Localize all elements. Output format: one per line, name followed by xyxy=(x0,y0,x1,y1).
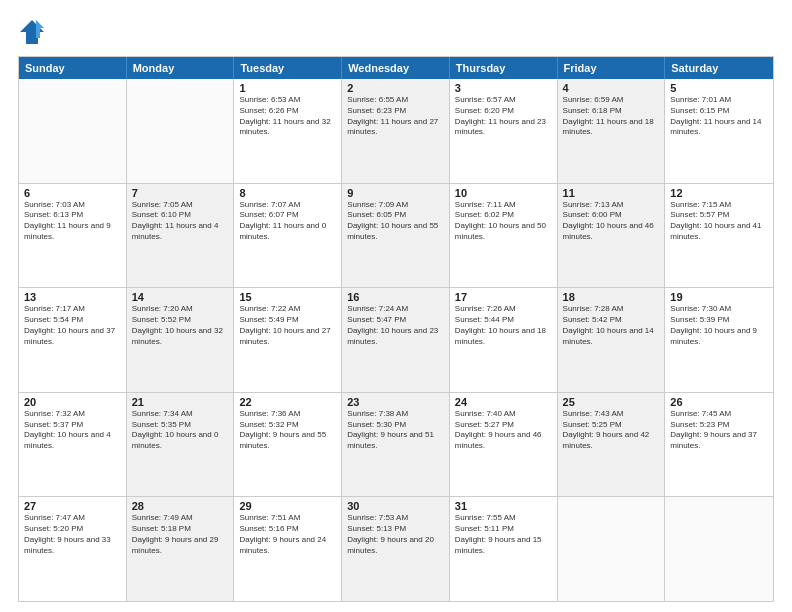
day-number: 27 xyxy=(24,500,121,512)
day-number: 2 xyxy=(347,82,444,94)
cal-cell: 26Sunrise: 7:45 AM Sunset: 5:23 PM Dayli… xyxy=(665,393,773,497)
cal-cell: 18Sunrise: 7:28 AM Sunset: 5:42 PM Dayli… xyxy=(558,288,666,392)
cell-info: Sunrise: 7:09 AM Sunset: 6:05 PM Dayligh… xyxy=(347,200,444,243)
cal-cell: 27Sunrise: 7:47 AM Sunset: 5:20 PM Dayli… xyxy=(19,497,127,601)
day-header-sunday: Sunday xyxy=(19,57,127,79)
cal-cell: 31Sunrise: 7:55 AM Sunset: 5:11 PM Dayli… xyxy=(450,497,558,601)
day-number: 13 xyxy=(24,291,121,303)
week-row-4: 20Sunrise: 7:32 AM Sunset: 5:37 PM Dayli… xyxy=(19,392,773,497)
cell-info: Sunrise: 7:55 AM Sunset: 5:11 PM Dayligh… xyxy=(455,513,552,556)
day-number: 5 xyxy=(670,82,768,94)
cell-info: Sunrise: 7:11 AM Sunset: 6:02 PM Dayligh… xyxy=(455,200,552,243)
day-header-saturday: Saturday xyxy=(665,57,773,79)
day-number: 25 xyxy=(563,396,660,408)
cell-info: Sunrise: 7:32 AM Sunset: 5:37 PM Dayligh… xyxy=(24,409,121,452)
cell-info: Sunrise: 6:59 AM Sunset: 6:18 PM Dayligh… xyxy=(563,95,660,138)
svg-marker-0 xyxy=(20,20,44,44)
cell-info: Sunrise: 7:45 AM Sunset: 5:23 PM Dayligh… xyxy=(670,409,768,452)
cell-info: Sunrise: 7:53 AM Sunset: 5:13 PM Dayligh… xyxy=(347,513,444,556)
cal-cell: 15Sunrise: 7:22 AM Sunset: 5:49 PM Dayli… xyxy=(234,288,342,392)
cell-info: Sunrise: 7:28 AM Sunset: 5:42 PM Dayligh… xyxy=(563,304,660,347)
day-number: 20 xyxy=(24,396,121,408)
cal-cell: 21Sunrise: 7:34 AM Sunset: 5:35 PM Dayli… xyxy=(127,393,235,497)
calendar: SundayMondayTuesdayWednesdayThursdayFrid… xyxy=(18,56,774,602)
day-number: 23 xyxy=(347,396,444,408)
cal-cell: 3Sunrise: 6:57 AM Sunset: 6:20 PM Daylig… xyxy=(450,79,558,183)
cal-cell: 4Sunrise: 6:59 AM Sunset: 6:18 PM Daylig… xyxy=(558,79,666,183)
day-number: 22 xyxy=(239,396,336,408)
week-row-3: 13Sunrise: 7:17 AM Sunset: 5:54 PM Dayli… xyxy=(19,287,773,392)
cal-cell: 14Sunrise: 7:20 AM Sunset: 5:52 PM Dayli… xyxy=(127,288,235,392)
cal-cell: 7Sunrise: 7:05 AM Sunset: 6:10 PM Daylig… xyxy=(127,184,235,288)
day-number: 12 xyxy=(670,187,768,199)
cell-info: Sunrise: 7:26 AM Sunset: 5:44 PM Dayligh… xyxy=(455,304,552,347)
cal-cell xyxy=(127,79,235,183)
day-number: 14 xyxy=(132,291,229,303)
day-header-monday: Monday xyxy=(127,57,235,79)
cell-info: Sunrise: 7:17 AM Sunset: 5:54 PM Dayligh… xyxy=(24,304,121,347)
cell-info: Sunrise: 7:15 AM Sunset: 5:57 PM Dayligh… xyxy=(670,200,768,243)
day-number: 19 xyxy=(670,291,768,303)
cal-cell: 29Sunrise: 7:51 AM Sunset: 5:16 PM Dayli… xyxy=(234,497,342,601)
day-number: 6 xyxy=(24,187,121,199)
cal-cell: 20Sunrise: 7:32 AM Sunset: 5:37 PM Dayli… xyxy=(19,393,127,497)
day-number: 1 xyxy=(239,82,336,94)
calendar-body: 1Sunrise: 6:53 AM Sunset: 6:26 PM Daylig… xyxy=(19,79,773,601)
svg-marker-1 xyxy=(36,20,44,38)
cell-info: Sunrise: 6:53 AM Sunset: 6:26 PM Dayligh… xyxy=(239,95,336,138)
day-header-wednesday: Wednesday xyxy=(342,57,450,79)
cell-info: Sunrise: 7:49 AM Sunset: 5:18 PM Dayligh… xyxy=(132,513,229,556)
cal-cell: 10Sunrise: 7:11 AM Sunset: 6:02 PM Dayli… xyxy=(450,184,558,288)
day-number: 17 xyxy=(455,291,552,303)
week-row-5: 27Sunrise: 7:47 AM Sunset: 5:20 PM Dayli… xyxy=(19,496,773,601)
week-row-2: 6Sunrise: 7:03 AM Sunset: 6:13 PM Daylig… xyxy=(19,183,773,288)
day-number: 21 xyxy=(132,396,229,408)
day-number: 9 xyxy=(347,187,444,199)
week-row-1: 1Sunrise: 6:53 AM Sunset: 6:26 PM Daylig… xyxy=(19,79,773,183)
cal-cell xyxy=(19,79,127,183)
cal-cell: 9Sunrise: 7:09 AM Sunset: 6:05 PM Daylig… xyxy=(342,184,450,288)
cell-info: Sunrise: 7:24 AM Sunset: 5:47 PM Dayligh… xyxy=(347,304,444,347)
logo xyxy=(18,18,50,46)
day-number: 24 xyxy=(455,396,552,408)
cal-cell: 5Sunrise: 7:01 AM Sunset: 6:15 PM Daylig… xyxy=(665,79,773,183)
cell-info: Sunrise: 7:40 AM Sunset: 5:27 PM Dayligh… xyxy=(455,409,552,452)
cell-info: Sunrise: 7:51 AM Sunset: 5:16 PM Dayligh… xyxy=(239,513,336,556)
day-number: 3 xyxy=(455,82,552,94)
day-number: 4 xyxy=(563,82,660,94)
cell-info: Sunrise: 7:07 AM Sunset: 6:07 PM Dayligh… xyxy=(239,200,336,243)
day-number: 28 xyxy=(132,500,229,512)
cal-cell: 11Sunrise: 7:13 AM Sunset: 6:00 PM Dayli… xyxy=(558,184,666,288)
cal-cell: 13Sunrise: 7:17 AM Sunset: 5:54 PM Dayli… xyxy=(19,288,127,392)
day-number: 11 xyxy=(563,187,660,199)
cal-cell: 12Sunrise: 7:15 AM Sunset: 5:57 PM Dayli… xyxy=(665,184,773,288)
cal-cell: 22Sunrise: 7:36 AM Sunset: 5:32 PM Dayli… xyxy=(234,393,342,497)
calendar-header: SundayMondayTuesdayWednesdayThursdayFrid… xyxy=(19,57,773,79)
cal-cell: 19Sunrise: 7:30 AM Sunset: 5:39 PM Dayli… xyxy=(665,288,773,392)
cell-info: Sunrise: 7:36 AM Sunset: 5:32 PM Dayligh… xyxy=(239,409,336,452)
cell-info: Sunrise: 7:47 AM Sunset: 5:20 PM Dayligh… xyxy=(24,513,121,556)
day-number: 10 xyxy=(455,187,552,199)
day-number: 18 xyxy=(563,291,660,303)
cal-cell: 23Sunrise: 7:38 AM Sunset: 5:30 PM Dayli… xyxy=(342,393,450,497)
cell-info: Sunrise: 7:38 AM Sunset: 5:30 PM Dayligh… xyxy=(347,409,444,452)
cal-cell: 24Sunrise: 7:40 AM Sunset: 5:27 PM Dayli… xyxy=(450,393,558,497)
logo-icon xyxy=(18,18,46,46)
day-header-tuesday: Tuesday xyxy=(234,57,342,79)
cell-info: Sunrise: 7:01 AM Sunset: 6:15 PM Dayligh… xyxy=(670,95,768,138)
day-number: 8 xyxy=(239,187,336,199)
cell-info: Sunrise: 7:13 AM Sunset: 6:00 PM Dayligh… xyxy=(563,200,660,243)
day-header-friday: Friday xyxy=(558,57,666,79)
cell-info: Sunrise: 6:57 AM Sunset: 6:20 PM Dayligh… xyxy=(455,95,552,138)
cell-info: Sunrise: 7:22 AM Sunset: 5:49 PM Dayligh… xyxy=(239,304,336,347)
header xyxy=(18,18,774,46)
cal-cell: 8Sunrise: 7:07 AM Sunset: 6:07 PM Daylig… xyxy=(234,184,342,288)
cal-cell: 16Sunrise: 7:24 AM Sunset: 5:47 PM Dayli… xyxy=(342,288,450,392)
cal-cell: 2Sunrise: 6:55 AM Sunset: 6:23 PM Daylig… xyxy=(342,79,450,183)
cal-cell: 30Sunrise: 7:53 AM Sunset: 5:13 PM Dayli… xyxy=(342,497,450,601)
cell-info: Sunrise: 6:55 AM Sunset: 6:23 PM Dayligh… xyxy=(347,95,444,138)
cal-cell: 17Sunrise: 7:26 AM Sunset: 5:44 PM Dayli… xyxy=(450,288,558,392)
cell-info: Sunrise: 7:05 AM Sunset: 6:10 PM Dayligh… xyxy=(132,200,229,243)
cal-cell xyxy=(665,497,773,601)
day-number: 7 xyxy=(132,187,229,199)
